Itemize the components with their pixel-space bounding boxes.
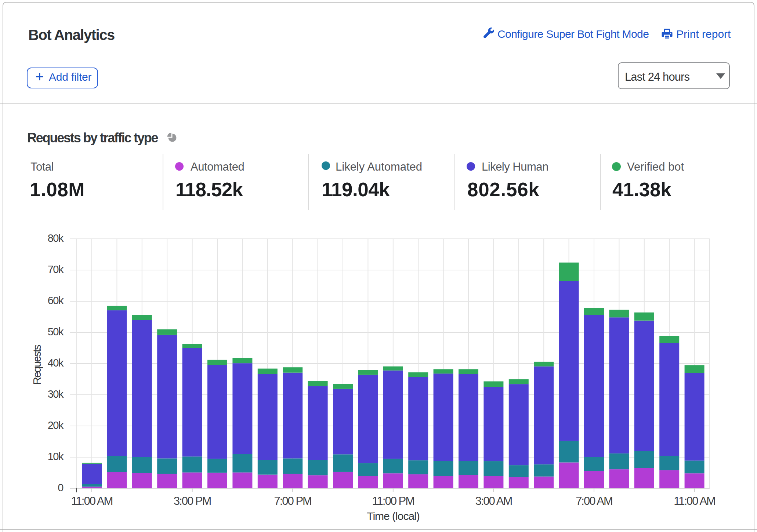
svg-text:10k: 10k [48,451,64,462]
svg-text:0: 0 [58,482,63,493]
svg-text:7:00 PM: 7:00 PM [274,495,311,507]
svg-text:Requests: Requests [31,345,43,385]
svg-text:11:00 AM: 11:00 AM [674,495,715,507]
svg-text:20k: 20k [48,419,64,431]
svg-text:11:00 AM: 11:00 AM [71,495,113,507]
svg-text:50k: 50k [48,326,64,338]
svg-text:60k: 60k [48,295,64,306]
svg-text:3:00 AM: 3:00 AM [475,495,512,507]
svg-text:11:00 PM: 11:00 PM [372,495,414,507]
svg-text:30k: 30k [48,388,64,400]
svg-text:7:00 AM: 7:00 AM [576,495,612,507]
svg-text:3:00 PM: 3:00 PM [174,495,211,507]
svg-text:80k: 80k [48,232,64,244]
svg-text:Time (local): Time (local) [367,510,420,522]
svg-text:40k: 40k [48,357,64,369]
svg-text:70k: 70k [48,263,64,275]
